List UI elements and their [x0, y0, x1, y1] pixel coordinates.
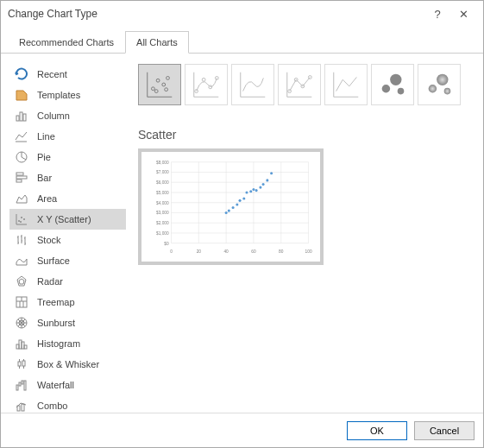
svg-rect-25	[22, 404, 24, 411]
sidebar-item-label: Recent	[37, 69, 67, 79]
svg-point-88	[266, 179, 268, 181]
svg-text:$1,000: $1,000	[156, 231, 169, 236]
waterfall-icon	[15, 378, 28, 392]
svg-point-26	[152, 87, 155, 91]
svg-point-40	[382, 85, 391, 93]
sidebar-item-waterfall[interactable]: Waterfall	[9, 375, 126, 395]
sidebar-item-label: X Y (Scatter)	[37, 214, 91, 224]
svg-point-87	[262, 183, 265, 186]
sidebar-item-column[interactable]: Column	[9, 105, 126, 126]
ok-button[interactable]: OK	[347, 421, 407, 440]
help-button[interactable]: ?	[424, 8, 450, 21]
surface-icon	[15, 254, 28, 268]
svg-rect-5	[16, 176, 27, 179]
svg-text:$4,000: $4,000	[156, 201, 169, 205]
sidebar-item-pie[interactable]: Pie	[9, 147, 126, 167]
svg-text:0: 0	[170, 249, 173, 254]
svg-text:$5,000: $5,000	[156, 191, 169, 195]
svg-text:80: 80	[279, 249, 284, 254]
svg-point-10	[20, 221, 22, 223]
subtype-scatter-smooth[interactable]	[231, 64, 274, 105]
close-button[interactable]: ✕	[450, 8, 476, 21]
svg-text:20: 20	[197, 249, 202, 254]
scatter-icon	[15, 212, 28, 226]
svg-point-44	[437, 74, 448, 85]
chart-type-name: Scatter	[138, 128, 475, 142]
svg-rect-20	[16, 385, 18, 390]
sidebar-item-xy-scatter[interactable]: X Y (Scatter)	[9, 209, 126, 230]
svg-text:$6,000: $6,000	[156, 180, 169, 185]
sidebar-item-label: Waterfall	[37, 380, 74, 390]
subtype-bubble[interactable]	[371, 64, 414, 105]
subtype-scatter-lines-markers[interactable]	[278, 64, 321, 105]
sidebar-item-box-whisker[interactable]: Box & Whisker	[9, 354, 126, 375]
subtype-scatter-lines[interactable]	[324, 64, 368, 105]
bar-icon	[15, 171, 28, 185]
svg-point-77	[228, 210, 230, 212]
sidebar-item-combo[interactable]: Combo	[9, 395, 126, 413]
svg-point-86	[259, 186, 261, 189]
sidebar-item-label: Line	[37, 131, 55, 142]
svg-rect-0	[16, 116, 19, 121]
sidebar-item-label: Treemap	[37, 297, 75, 307]
svg-text:$2,000: $2,000	[156, 221, 169, 225]
stock-icon	[15, 233, 28, 247]
histogram-icon	[15, 337, 28, 350]
svg-point-27	[156, 79, 160, 82]
svg-text:40: 40	[223, 249, 229, 254]
svg-rect-23	[24, 381, 26, 390]
svg-point-43	[429, 85, 437, 93]
svg-point-42	[398, 88, 405, 95]
svg-point-41	[390, 74, 401, 85]
sidebar-item-templates[interactable]: Templates	[9, 85, 126, 105]
sidebar-item-line[interactable]: Line	[9, 126, 126, 147]
svg-rect-4	[16, 173, 23, 175]
chart-subtype-row	[138, 64, 475, 112]
sidebar-item-label: Radar	[37, 276, 63, 287]
pie-icon	[15, 150, 28, 164]
sidebar-item-area[interactable]: Area	[9, 188, 126, 209]
svg-rect-6	[16, 180, 22, 182]
svg-point-31	[165, 88, 168, 91]
chart-category-list: Recent Templates Column Line Pie Bar Are…	[9, 64, 126, 413]
svg-point-8	[21, 217, 22, 218]
sidebar-item-label: Histogram	[37, 338, 80, 349]
svg-point-78	[232, 206, 235, 209]
svg-rect-22	[22, 381, 23, 384]
sidebar-item-radar[interactable]: Radar	[9, 271, 126, 292]
svg-point-28	[154, 90, 158, 93]
sidebar-item-bar[interactable]: Bar	[9, 167, 126, 188]
subtype-scatter[interactable]	[138, 64, 181, 105]
subtype-bubble-3d[interactable]	[418, 64, 461, 105]
tab-recommended-charts[interactable]: Recommended Charts	[8, 31, 125, 54]
svg-text:100: 100	[305, 249, 312, 254]
sidebar-item-histogram[interactable]: Histogram	[9, 333, 126, 354]
cancel-button[interactable]: Cancel	[414, 421, 475, 440]
sidebar-item-treemap[interactable]: Treemap	[9, 292, 126, 312]
chart-preview[interactable]: $0$1,000$2,000$3,000$4,000$5,000$6,000$7…	[138, 148, 324, 265]
recent-icon	[15, 67, 28, 81]
sidebar-item-surface[interactable]: Surface	[9, 250, 126, 271]
svg-text:60: 60	[251, 249, 256, 254]
svg-point-84	[252, 188, 255, 191]
main-panel: Scatter $0$1,000$2,000$3,000$4,000$5,000…	[126, 64, 475, 413]
tab-all-charts[interactable]: All Charts	[125, 31, 189, 54]
svg-rect-17	[24, 345, 27, 349]
column-icon	[15, 109, 28, 123]
line-icon	[15, 129, 28, 143]
sidebar-item-label: Bar	[37, 173, 52, 183]
sunburst-icon	[15, 316, 28, 330]
subtype-scatter-smooth-markers[interactable]	[185, 64, 228, 105]
svg-point-82	[245, 191, 248, 193]
templates-icon	[15, 88, 28, 102]
sidebar-item-label: Column	[37, 110, 70, 121]
sidebar-item-recent[interactable]: Recent	[9, 64, 126, 85]
svg-point-29	[162, 83, 166, 86]
radar-icon	[15, 274, 28, 288]
tab-strip: Recommended Charts All Charts	[1, 27, 483, 54]
svg-point-79	[236, 204, 238, 206]
sidebar-item-label: Area	[37, 193, 57, 204]
sidebar-item-label: Pie	[37, 152, 51, 162]
sidebar-item-stock[interactable]: Stock	[9, 230, 126, 250]
sidebar-item-sunburst[interactable]: Sunburst	[9, 312, 126, 333]
